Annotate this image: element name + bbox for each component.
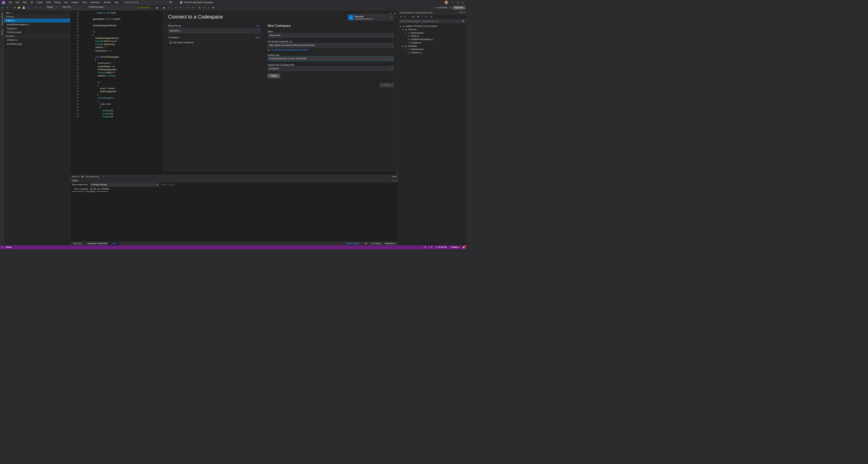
connect-button[interactable]: Connect [380,83,393,87]
solution-tree[interactable]: ◢▣Solution 'TicTacToe' (2 of 2 projects)… [399,24,466,245]
forward-nav-icon[interactable]: ▾ [5,6,9,9]
solexp-back-icon[interactable]: ⟲ [399,15,403,18]
output-toggle-icon[interactable]: ≡ [165,184,166,186]
status-push[interactable]: ↑ 0 [423,246,426,248]
save-icon[interactable]: 💾 [22,6,26,9]
step-into-icon[interactable]: ↧ [174,6,178,9]
bookmark-icon[interactable]: 🔖 [198,6,202,9]
solexp-view-icon[interactable]: ☷▾ [411,15,414,18]
output-pin-icon[interactable]: ▾ [393,179,394,182]
account-picker[interactable]: ⧆ Microsoft anthc@microsoft.com ▾ [347,14,393,21]
window-maximize-icon[interactable]: ▢ [457,1,459,4]
tab-game-cs[interactable]: Game.cs [4,19,70,23]
liveshare-button[interactable]: ⟲ Live Share [436,6,447,9]
window-minimize-icon[interactable]: — [451,1,454,4]
create-button[interactable]: Create [268,74,280,78]
indent-left-icon[interactable]: ⇤ [186,6,190,9]
undo-icon[interactable]: ↶ [34,6,38,9]
new-item-icon[interactable]: ✚ [13,6,17,9]
solexp-fwd-icon[interactable]: ⟳ [403,15,407,18]
config-dropdown[interactable]: Debug [45,6,60,10]
menu-file[interactable]: File [7,1,13,4]
bottom-tab-errorlist[interactable]: Error List ... [71,242,86,245]
solexp-refresh-icon[interactable]: ⟳ [421,15,424,18]
code-fold-margin[interactable] [80,10,83,175]
status-changes[interactable]: ✎ 2 [429,246,432,248]
info-icon[interactable]: i [290,41,292,43]
startup-project-dropdown[interactable]: TicTacToe.csproj [87,6,135,10]
step-over-icon[interactable]: ↷ [179,6,183,9]
window-close-icon[interactable]: ✕ [462,1,464,4]
output-cog-icon[interactable]: ⤾ [173,184,175,186]
gear-icon[interactable]: ⚙ [11,12,13,14]
save-all-icon[interactable]: ⎘ [27,6,31,9]
solexp-sync-icon[interactable]: ⇄ [417,15,420,18]
tab-xunit-csproj[interactable]: XUnitTests.csproj [4,42,70,46]
menu-extensions[interactable]: Extensions [89,1,102,4]
user-avatar[interactable] [444,1,448,4]
bottom-tab-git[interactable]: Git [363,242,369,245]
output-source-dropdown[interactable]: Package Manager [89,183,159,187]
suspend-dropdown[interactable]: 30 minutes [268,66,394,71]
menu-build[interactable]: Build [45,1,53,4]
output-clear-icon[interactable]: ⊘ [162,184,163,186]
tab-unittest1-cs[interactable]: UnitTest1.cs [4,38,70,42]
open-folder-icon[interactable]: 📂 [17,6,21,9]
tool-icon-2[interactable]: ▣ [162,6,166,9]
status-branch[interactable]: ᛘ master ▾ [450,246,459,248]
dialog-close-icon[interactable]: ✕ [394,13,396,15]
line-ending-indicator[interactable]: CRLF [392,176,397,177]
indent-right-icon[interactable]: ⇥ [191,6,194,9]
solexp-home-icon[interactable]: ⌂ [407,15,410,18]
menu-test[interactable]: Test [62,1,69,4]
global-search[interactable]: Search (Ctrl+Q) 🔍 [124,1,173,4]
tab-csproj[interactable]: TicTacToe.csproj [4,31,70,35]
menu-project[interactable]: Project [35,1,44,4]
code-editor[interactable]: 1920212223242526272829303132333435363738… [70,10,399,178]
tool-icon-1[interactable]: ▦ [155,6,159,9]
solexp-search[interactable]: Search Solution Explorer - Shared Soluti… [399,20,465,23]
info-icon[interactable]: i [179,25,181,27]
menu-git[interactable]: Git [29,1,35,4]
bottom-tab-solutionexplorer[interactable]: Solution Explo... [344,242,363,245]
zoom-dropdown[interactable]: 100 % ▾ [72,176,79,178]
status-repo[interactable]: ⎇ TicTacToe [435,246,447,248]
notifications-bell-icon[interactable]: 🔔12 [462,246,465,248]
menu-analyze[interactable]: Analyze [70,1,80,4]
bottom-tab-notifications[interactable]: Notifications [382,242,397,245]
bottom-tab-devps[interactable]: Developer PowerShell [86,242,109,245]
bookmark-clear-icon[interactable]: ✖ [212,6,215,9]
liveshare-people-icon[interactable]: ⇲ [449,6,451,9]
run-button[interactable]: ▶ TicTacToe ▾ [136,6,152,9]
solexp-wrench-icon[interactable]: 🔧 [430,15,433,18]
tab-program-cs[interactable]: Program.cs [4,27,70,31]
bookmark-prev-icon[interactable]: ◂ [203,6,206,9]
menu-window[interactable]: Window [102,1,113,4]
menu-edit[interactable]: Edit [14,1,21,4]
menu-view[interactable]: View [21,1,29,4]
name-input[interactable]: eshoponweb [268,33,394,38]
platform-dropdown[interactable]: Any CPU [61,6,86,10]
redo-icon[interactable]: ↷ [38,6,42,9]
output-close-icon[interactable]: ✕ [395,179,397,182]
server-explorer-tab[interactable]: Server Explorer [1,12,3,27]
back-nav-icon[interactable]: ◉ [1,6,5,9]
instance-type-dropdown[interactable]: Premium (Windows): 8 cores, 16 GB RAM [268,56,394,61]
solexp-pin-icon[interactable]: 📌 [461,11,463,13]
menu-tools[interactable]: Tools [81,1,89,4]
output-body[interactable]: Time Elapsed: 00:00:20.7966582 =========… [70,187,399,241]
billing-new-link[interactable]: New... [255,25,261,27]
output-wrap-icon[interactable]: ↲ [167,184,169,186]
solexp-collapse-icon[interactable]: ⊟ [425,15,428,18]
tab-invalidmove-cs[interactable]: InvalidMoveException.cs [4,23,70,27]
branch-master-button[interactable]: MASTER [452,6,465,9]
codespaces-new-link[interactable]: New... [255,36,261,39]
tool-icon-3[interactable]: ⫽ [167,6,170,9]
solexp-close-icon[interactable]: ✕ [464,11,465,13]
toolbar-chevron-icon[interactable]: ⤴ [433,6,434,9]
bottom-tab-liveshare[interactable]: Live Share [369,242,383,245]
menu-debug[interactable]: Debug [53,1,62,4]
git-repo-input[interactable]: https://github.com/dotnet-architecture/e… [268,43,394,48]
billing-plan-dropdown[interactable]: BillingPlan-1 [168,28,261,33]
output-list-icon[interactable]: ☰ [170,184,172,186]
